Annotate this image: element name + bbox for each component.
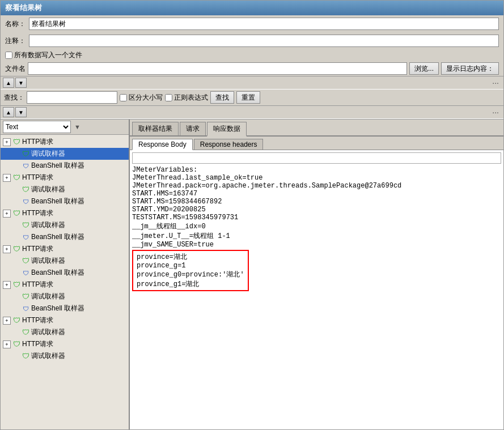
tree-item-debug6[interactable]: 🛡 调试取样器 (1, 326, 129, 338)
tree-item-debug4[interactable]: 🛡 调试取样器 (1, 255, 129, 267)
content-line-3: JMeterThread.pack=org.apache.jmeter.thre… (132, 182, 501, 190)
all-data-checkbox-label[interactable]: 所有数据写入一个文件 (5, 50, 82, 60)
tree-item-beanshell1[interactable]: 🛡 BeanShell 取样器 (1, 160, 129, 172)
tree-item-http2[interactable]: + 🛡 HTTP请求 (1, 172, 129, 184)
tab-response-data[interactable]: 响应数据 (207, 122, 247, 137)
content-line-9: __jmeter.U_T__=线程组 1-1 (132, 231, 501, 241)
tree-item-beanshell4[interactable]: 🛡 BeanShell 取样器 (1, 267, 129, 279)
item-label-16: HTTP请求 (22, 316, 53, 325)
expand-btn-1[interactable]: + (3, 138, 11, 146)
tree-item-debug1[interactable]: 🛡 调试取样器 (1, 148, 129, 160)
sub-tab-response-headers[interactable]: Response headers (194, 139, 264, 150)
item-label-3: BeanShell 取样器 (31, 161, 84, 171)
left-panel: Text HTML JSON XML Regexp Tester ▼ + 🛡 H… (1, 120, 130, 429)
shield-icon-18: 🛡 (12, 340, 20, 348)
shield-icon-15: 🛡 (22, 305, 29, 313)
log-button[interactable]: 显示日志内容： (441, 62, 499, 75)
item-label-14: 调试取样器 (31, 292, 65, 301)
shield-icon-13: 🛡 (12, 281, 20, 289)
tabs-row: 取样器结果 请求 响应数据 (130, 120, 503, 137)
tree-item-http7[interactable]: + 🛡 HTTP请求 (1, 338, 129, 350)
shield-icon-11: 🛡 (22, 257, 29, 265)
filter-input[interactable] (27, 91, 117, 104)
shield-icon-4: 🛡 (12, 174, 20, 182)
content-search-bar (132, 152, 501, 164)
panel-title: 察看结果树 (1, 1, 503, 15)
toolbar-more-btn[interactable]: ··· (490, 78, 501, 87)
content-line-2: JMeterThread.last_sample_ok=true (132, 174, 501, 182)
content-line-5: START.MS=1598344667892 (132, 198, 501, 206)
file-label: 文件名 (5, 64, 26, 74)
expand-btn-5[interactable]: + (3, 281, 11, 289)
comment-input[interactable] (29, 35, 499, 47)
shield-icon-1: 🛡 (12, 138, 20, 146)
toolbar-down-btn-2[interactable]: ▼ (15, 107, 27, 117)
item-label-17: 调试取样器 (31, 327, 65, 337)
tree-item-beanshell5[interactable]: 🛡 BeanShell 取样器 (1, 303, 129, 314)
tree-item-debug5[interactable]: 🛡 调试取样器 (1, 291, 129, 303)
case-sensitive-label[interactable]: 区分大小写 (120, 93, 163, 103)
tree-item-http5[interactable]: + 🛡 HTTP请求 (1, 279, 129, 291)
shield-icon-2: 🛡 (22, 150, 29, 158)
find-button[interactable]: 查找 (210, 91, 234, 104)
content-line-4: START.HMS=163747 (132, 190, 501, 198)
shield-icon-19: 🛡 (22, 352, 29, 360)
highlighted-block: province=湖北 province_g=1 province_g0=pro… (132, 250, 249, 291)
tree-item-debug7[interactable]: 🛡 调试取样器 (1, 350, 129, 362)
item-label-4: HTTP请求 (22, 173, 53, 182)
file-input[interactable] (28, 62, 407, 75)
item-label-13: HTTP请求 (22, 280, 53, 289)
reset-button[interactable]: 重置 (236, 91, 260, 104)
all-data-checkbox[interactable] (5, 52, 12, 59)
case-sensitive-checkbox[interactable] (120, 94, 127, 101)
expand-btn-4[interactable]: + (3, 245, 11, 253)
format-select[interactable]: Text HTML JSON XML Regexp Tester (3, 121, 71, 133)
item-label-2: 调试取样器 (31, 149, 65, 159)
tree-item-beanshell3[interactable]: 🛡 BeanShell 取样器 (1, 231, 129, 243)
tree-item-beanshell2[interactable]: 🛡 BeanShell 取样器 (1, 195, 129, 207)
shield-icon-8: 🛡 (22, 222, 29, 229)
shield-icon-7: 🛡 (12, 210, 20, 218)
name-input[interactable] (29, 18, 499, 30)
shield-icon-9: 🛡 (22, 233, 29, 241)
tree-item-http4[interactable]: + 🛡 HTTP请求 (1, 243, 129, 255)
toolbar-row-1: ▲ ▼ ··· (1, 76, 503, 90)
tree-item-debug3[interactable]: 🛡 调试取样器 (1, 219, 129, 231)
content-search-input[interactable] (132, 152, 501, 164)
content-line-1: JMeterVariables: (132, 166, 501, 174)
tree-item-http1[interactable]: + 🛡 HTTP请求 (1, 136, 129, 148)
expand-btn-3[interactable]: + (3, 210, 11, 218)
shield-icon-14: 🛡 (22, 293, 29, 301)
regex-label[interactable]: 正则表达式 (165, 93, 208, 103)
item-label-8: 调试取样器 (31, 220, 65, 230)
shield-icon-6: 🛡 (22, 198, 29, 206)
highlight-line-2: province_g=1 (137, 262, 244, 270)
expand-btn-6[interactable]: + (3, 317, 11, 325)
left-toolbar: Text HTML JSON XML Regexp Tester ▼ (1, 120, 129, 135)
item-label-6: BeanShell 取样器 (31, 197, 84, 206)
toolbar-up-btn-2[interactable]: ▲ (3, 107, 14, 117)
tree-item-http6[interactable]: + 🛡 HTTP请求 (1, 314, 129, 326)
file-row: 文件名 浏览... 显示日志内容： (1, 61, 503, 76)
tab-sampler-result[interactable]: 取样器结果 (132, 122, 179, 135)
item-label-10: HTTP请求 (22, 244, 53, 254)
toolbar-more-btn-2[interactable]: ··· (490, 108, 501, 117)
toolbar-up-btn[interactable]: ▲ (3, 78, 14, 88)
name-row: 名称： (1, 15, 503, 32)
highlight-line-4: province_g1=湖北 (137, 279, 244, 289)
expand-btn-2[interactable]: + (3, 174, 11, 182)
shield-icon-5: 🛡 (22, 186, 29, 194)
toolbar-down-btn[interactable]: ▼ (15, 78, 27, 88)
tab-request[interactable]: 请求 (180, 122, 206, 135)
regex-checkbox[interactable] (165, 94, 172, 101)
expand-btn-7[interactable]: + (3, 340, 11, 348)
tree-item-http3[interactable]: + 🛡 HTTP请求 (1, 207, 129, 219)
sub-tab-response-body[interactable]: Response Body (132, 139, 193, 150)
highlight-line-3: province_g0=province:'湖北' (137, 270, 244, 279)
comment-label: 注释： (5, 36, 26, 46)
tree-item-debug2[interactable]: 🛡 调试取样器 (1, 184, 129, 195)
browse-button[interactable]: 浏览... (409, 62, 439, 75)
all-data-row: 所有数据写入一个文件 (1, 49, 503, 61)
shield-icon-10: 🛡 (12, 245, 20, 253)
content-line-8: __jm__线程组__idx=0 (132, 222, 501, 231)
